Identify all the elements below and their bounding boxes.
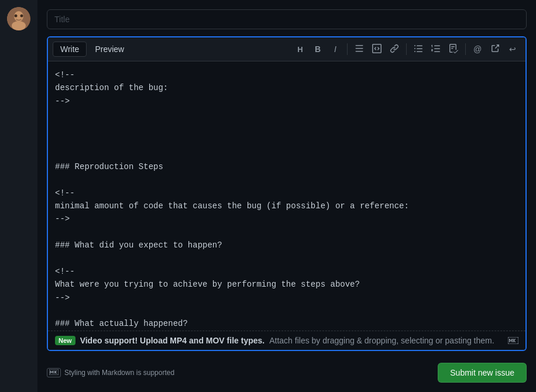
link-icon [390, 44, 399, 55]
svg-point-2 [12, 21, 26, 30]
italic-button[interactable]: I [327, 41, 343, 57]
upload-normal-text: Attach files by dragging & dropping, sel… [269, 336, 494, 345]
heading-icon: H [297, 45, 303, 54]
svg-point-4 [20, 15, 23, 18]
task-list-icon [449, 44, 458, 55]
link-button[interactable] [386, 41, 403, 57]
markdown-logo-icon [508, 337, 518, 344]
sidebar [0, 0, 37, 392]
markdown-support: Styling with Markdown is supported [47, 368, 174, 377]
markdown-badge-icon [47, 368, 61, 377]
bottom-bar: Styling with Markdown is supported Submi… [47, 356, 527, 383]
quote-button[interactable] [351, 41, 367, 57]
avatar-svg [7, 7, 30, 30]
editor-toolbar: Write Preview H B I [48, 37, 525, 61]
toolbar-divider-1 [347, 43, 348, 55]
main-content: Write Preview H B I [37, 0, 536, 392]
write-tab[interactable]: Write [53, 42, 87, 57]
italic-icon: I [334, 44, 336, 54]
editor-container: Write Preview H B I [47, 36, 527, 351]
md-icon [508, 337, 518, 344]
preview-tab[interactable]: Preview [88, 42, 131, 56]
app-container: Write Preview H B I [0, 0, 536, 392]
reference-button[interactable] [487, 41, 503, 57]
task-list-button[interactable] [445, 41, 462, 57]
title-input[interactable] [47, 9, 527, 29]
avatar[interactable] [7, 7, 30, 30]
code-icon [372, 44, 382, 55]
mention-icon: @ [473, 44, 482, 54]
submit-button[interactable]: Submit new issue [438, 363, 527, 383]
undo-button[interactable]: ↩ [504, 41, 521, 57]
new-badge: New [55, 336, 75, 345]
editor-footer: New Video support! Upload MP4 and MOV fi… [48, 331, 525, 350]
heading-button[interactable]: H [292, 41, 308, 57]
svg-point-3 [15, 15, 18, 18]
ordered-list-icon [431, 44, 441, 55]
markdown-support-text: Styling with Markdown is supported [64, 369, 174, 377]
unordered-list-button[interactable] [410, 41, 427, 57]
undo-icon: ↩ [509, 44, 516, 54]
bold-button[interactable]: B [310, 41, 326, 57]
quote-icon [355, 44, 364, 55]
editor-textarea[interactable]: <!-- description of the bug: --> ### Rep… [48, 61, 525, 331]
upload-bold-text: Video support! Upload MP4 and MOV file t… [80, 336, 265, 345]
bold-icon: B [315, 44, 321, 54]
avatar-image [7, 7, 30, 30]
unordered-list-icon [414, 44, 423, 55]
toolbar-divider-3 [465, 43, 466, 55]
ordered-list-button[interactable] [428, 41, 444, 57]
mention-button[interactable]: @ [469, 41, 486, 57]
toolbar-divider-2 [406, 43, 407, 55]
reference-icon [490, 44, 500, 55]
code-button[interactable] [369, 41, 385, 57]
